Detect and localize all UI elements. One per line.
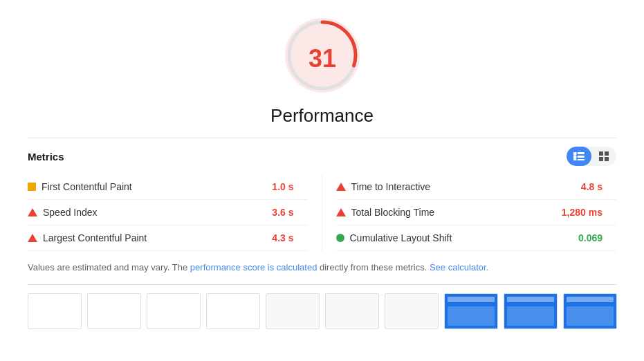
metrics-right-column: Time to Interactive 4.8 s Total Blocking…: [322, 174, 617, 251]
score-circle: 31: [281, 14, 364, 97]
metric-value-cls: 0.069: [578, 232, 616, 243]
thumbnail-8: [444, 293, 498, 329]
thumbnail-6: [325, 293, 379, 329]
metric-name-cls: Cumulative Layout Shift: [350, 232, 573, 243]
metrics-header: Metrics: [28, 147, 616, 166]
thumbnail-1: [28, 293, 82, 329]
calculator-link[interactable]: See calculator.: [430, 262, 488, 272]
svg-rect-8: [578, 160, 585, 161]
metric-name-tbt: Total Blocking Time: [351, 207, 556, 218]
svg-rect-9: [599, 151, 603, 156]
thumbnail-3: [147, 293, 201, 329]
metrics-grid: First Contentful Paint 1.0 s Speed Index…: [28, 174, 616, 251]
orange-square-icon: [28, 183, 36, 191]
metric-name-lcp: Largest Contentful Paint: [43, 232, 266, 243]
metric-name-fcp: First Contentful Paint: [42, 181, 266, 192]
svg-rect-7: [573, 159, 576, 160]
svg-rect-12: [605, 157, 609, 161]
metric-row-lcp: Largest Contentful Paint 4.3 s: [28, 225, 308, 251]
svg-rect-5: [573, 156, 576, 158]
red-triangle-icon-si: [28, 208, 37, 216]
performance-title: Performance: [270, 105, 374, 127]
svg-rect-11: [599, 157, 603, 161]
metric-value-tbt: 1,280 ms: [562, 207, 616, 218]
note-text-before: Values are estimated and may vary. The: [28, 262, 190, 272]
metric-value-si: 3.6 s: [272, 207, 307, 218]
thumbnail-7: [385, 293, 439, 329]
thumbnail-5: [266, 293, 320, 329]
metrics-note: Values are estimated and may vary. The p…: [28, 261, 616, 285]
metric-value-fcp: 1.0 s: [272, 181, 307, 192]
thumbnails-strip: [28, 285, 616, 337]
note-text-middle: directly from these metrics.: [317, 262, 430, 272]
main-container: 31 Performance Metrics: [0, 0, 644, 337]
metrics-left-column: First Contentful Paint 1.0 s Speed Index…: [28, 174, 322, 251]
metric-row-cls: Cumulative Layout Shift 0.069: [336, 225, 617, 251]
metric-row-tbt: Total Blocking Time 1,280 ms: [336, 200, 617, 225]
thumbnail-10: [563, 293, 617, 329]
thumbnail-9: [504, 293, 558, 329]
metric-row-si: Speed Index 3.6 s: [28, 200, 308, 225]
score-section: 31 Performance: [28, 14, 616, 127]
view-toggle: [567, 147, 616, 166]
grid-view-button[interactable]: [591, 147, 616, 166]
metrics-section: Metrics: [28, 138, 616, 285]
svg-rect-10: [605, 151, 609, 156]
red-triangle-icon-tti: [336, 183, 346, 191]
metric-value-lcp: 4.3 s: [272, 232, 307, 243]
score-value: 31: [308, 44, 335, 73]
green-circle-icon-cls: [336, 234, 344, 242]
svg-rect-6: [578, 156, 585, 158]
list-view-button[interactable]: [567, 147, 591, 166]
metric-name-si: Speed Index: [43, 207, 266, 218]
thumbnail-4: [206, 293, 260, 329]
metrics-label: Metrics: [28, 151, 64, 163]
svg-rect-4: [578, 153, 585, 154]
metric-value-tti: 4.8 s: [581, 181, 616, 192]
red-triangle-icon-lcp: [28, 234, 37, 242]
thumbnail-2: [87, 293, 141, 329]
performance-score-link[interactable]: performance score is calculated: [190, 262, 318, 272]
red-triangle-icon-tbt: [336, 208, 346, 216]
svg-rect-3: [573, 152, 576, 155]
metric-row-tti: Time to Interactive 4.8 s: [336, 174, 617, 200]
metric-name-tti: Time to Interactive: [351, 181, 576, 192]
metric-row-fcp: First Contentful Paint 1.0 s: [28, 174, 308, 200]
